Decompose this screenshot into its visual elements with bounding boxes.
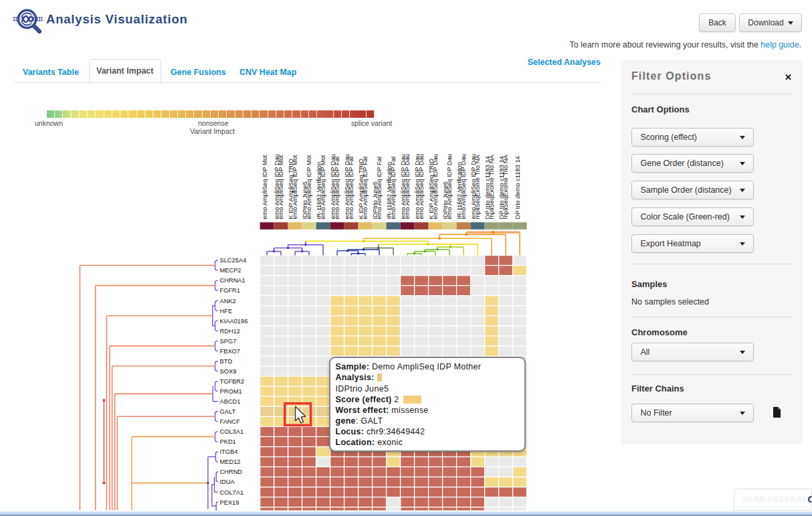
svg-text:PKD1: PKD1 [220,438,236,445]
svg-text:TGFBR2: TGFBR2 [220,378,245,385]
svg-text:emo AmpliSeq IDP Dau: emo AmpliSeq IDP Dau [446,154,453,220]
svg-text:emo AmpliSeq IDP Fat: emo AmpliSeq IDP Fat [348,156,354,219]
svg-text:FGFR1: FGFR1 [220,287,240,294]
svg-text:emo AmpliSeq IDP Fat: emo AmpliSeq IDP Fat [390,156,397,219]
svg-text:emo AmpliSeq IDP Dau: emo AmpliSeq IDP Dau [432,154,439,220]
svg-text:SLC25A4: SLC25A4 [220,257,247,264]
svg-text:MECP2: MECP2 [220,267,241,274]
svg-text:emo AmpliSeq IDP Fat: emo AmpliSeq IDP Fat [334,156,340,219]
svg-text:CHRNA1: CHRNA1 [220,277,245,284]
svg-text:FBXO7: FBXO7 [220,348,240,355]
svg-text:DP trio demo c1183 14: DP trio demo c1183 14 [514,156,521,219]
svg-text:ITGB4: ITGB4 [220,448,238,455]
svg-text:emo AmpliSeq IDP Mot: emo AmpliSeq IDP Mot [262,155,268,219]
svg-text:emo AmpliSeq IDP Mot: emo AmpliSeq IDP Mot [306,155,312,219]
svg-text:RDH12: RDH12 [220,328,240,335]
svg-text:BTD: BTD [220,358,233,365]
svg-text:ABCD1: ABCD1 [220,398,241,405]
svg-text:mpliSeqExome Trio NA: mpliSeqExome Trio NA [502,155,509,220]
svg-text:MED12: MED12 [220,458,241,465]
svg-text:ANK2: ANK2 [220,298,236,305]
svg-text:SPG7: SPG7 [220,338,237,345]
svg-text:emo AmpliSeq IDP Dau: emo AmpliSeq IDP Dau [404,154,411,220]
svg-text:emo AmpliSeq IDP Dau: emo AmpliSeq IDP Dau [460,154,467,220]
svg-text:FANCF: FANCF [220,418,241,425]
svg-text:HFE: HFE [220,308,233,315]
svg-text:CHRND: CHRND [220,468,243,475]
svg-text:GALT: GALT [220,408,236,415]
svg-text:IDUA: IDUA [220,479,235,485]
svg-text:PROM1: PROM1 [220,388,242,395]
svg-text:emo AmpliSeq IDP Fat: emo AmpliSeq IDP Fat [362,156,369,219]
svg-text:emo AmpliSeq IDP Mot: emo AmpliSeq IDP Mot [320,155,326,219]
svg-text:emo AmpliSeq IDP Mot: emo AmpliSeq IDP Mot [292,155,298,219]
svg-text:mpliSeqExome Trio NA: mpliSeqExome Trio NA [488,155,495,220]
svg-text:emo AmpliSeq IDP Mot: emo AmpliSeq IDP Mot [278,155,284,219]
svg-text:mpliSeqExome Trio NA: mpliSeqExome Trio NA [474,155,481,220]
svg-text:COL3A1: COL3A1 [220,428,244,435]
svg-text:KIAA0196: KIAA0196 [220,318,248,325]
svg-text:SOX9: SOX9 [220,368,237,375]
svg-text:emo AmpliSeq IDP Fat: emo AmpliSeq IDP Fat [376,156,383,219]
svg-text:emo AmpliSeq IDP Dau: emo AmpliSeq IDP Dau [418,154,425,220]
svg-text:PEX19: PEX19 [220,499,239,506]
svg-text:COL7A1: COL7A1 [220,489,244,496]
